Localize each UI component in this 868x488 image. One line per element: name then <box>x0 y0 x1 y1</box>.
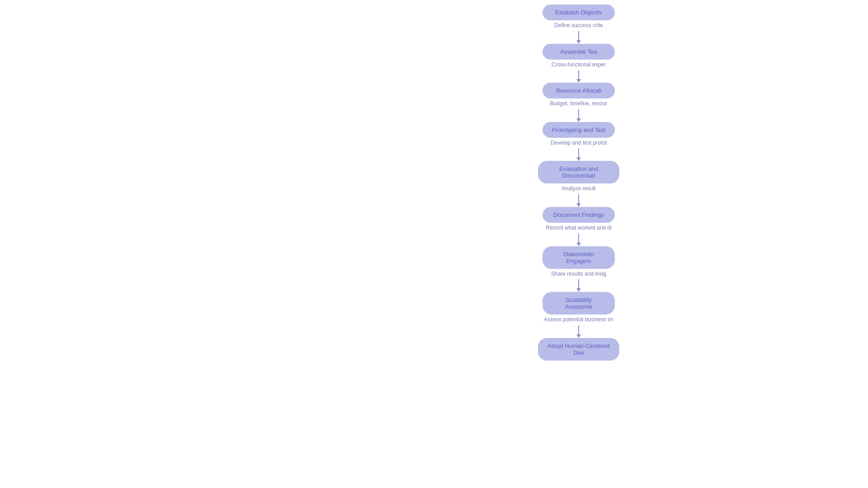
flow-arrow-document-findings <box>576 234 581 246</box>
arrow-line <box>578 148 579 157</box>
flow-arrow-resource-allocation <box>576 109 581 122</box>
arrow-head <box>576 334 581 338</box>
flow-step-assemble-team: Assemble TeaCross-functional exper <box>542 44 615 83</box>
flow-edge-label-assemble-team: Cross-functional exper <box>552 61 606 69</box>
arrow-line <box>578 234 579 243</box>
arrow-line <box>578 194 579 203</box>
flow-arrow-scalability-assessment <box>576 325 581 338</box>
flow-arrow-establish-objectives <box>576 31 581 44</box>
flow-edge-label-resource-allocation: Budget, timeline, resour <box>550 100 608 108</box>
flow-step-evaluation-documentation: Evaluation and DocumentatiAnalyze result <box>538 161 619 207</box>
arrow-line <box>578 279 579 288</box>
flow-arrow-evaluation-documentation <box>576 194 581 207</box>
arrow-head <box>576 203 581 207</box>
flow-node-assemble-team[interactable]: Assemble Tea <box>542 44 615 60</box>
flow-edge-label-prototyping-test: Develop and test protot <box>551 140 607 147</box>
arrow-head <box>576 118 581 122</box>
flow-step-scalability-assessment: Scalability AssessmeAssess potential bus… <box>542 292 615 338</box>
flow-node-scalability-assessment[interactable]: Scalability Assessme <box>542 292 615 314</box>
flow-edge-label-scalability-assessment: Assess potential business im <box>544 316 613 324</box>
flow-node-adopt-human-centered[interactable]: Adopt Human-Centered Des <box>538 338 619 361</box>
flow-edge-label-stakeholder-engagement: Share results and insig <box>551 271 606 278</box>
flow-arrow-assemble-team <box>576 70 581 83</box>
flow-node-establish-objectives[interactable]: Establish Objectiv <box>542 5 615 20</box>
arrow-head <box>576 243 581 246</box>
flow-step-stakeholder-engagement: Stakeholder EngagemShare results and ins… <box>542 246 615 292</box>
flow-node-stakeholder-engagement[interactable]: Stakeholder Engagem <box>542 246 615 269</box>
arrow-head <box>576 288 581 292</box>
flow-arrow-prototyping-test <box>576 148 581 161</box>
flow-node-resource-allocation[interactable]: Resource Allocati <box>542 83 615 99</box>
flow-edge-label-evaluation-documentation: Analyze result <box>561 185 595 192</box>
flow-arrow-stakeholder-engagement <box>576 279 581 292</box>
flowchart: Establish ObjectivDefine success criteAs… <box>511 0 646 361</box>
flow-node-document-findings[interactable]: Document Findings <box>542 207 615 223</box>
flow-step-establish-objectives: Establish ObjectivDefine success crite <box>542 5 615 44</box>
arrow-line <box>578 70 579 79</box>
arrow-line <box>578 31 579 40</box>
arrow-head <box>576 157 581 161</box>
flow-step-resource-allocation: Resource AllocatiBudget, timeline, resou… <box>542 83 615 122</box>
flow-edge-label-document-findings: Record what worked and di <box>546 225 611 232</box>
arrow-head <box>576 79 581 83</box>
flow-node-prototyping-test[interactable]: Prototyping and Test <box>542 122 615 138</box>
arrow-line <box>578 325 579 334</box>
flow-edge-label-establish-objectives: Define success crite <box>554 22 603 29</box>
flow-step-document-findings: Document FindingsRecord what worked and … <box>542 207 615 246</box>
flow-step-prototyping-test: Prototyping and TestDevelop and test pro… <box>542 122 615 161</box>
flow-node-evaluation-documentation[interactable]: Evaluation and Documentati <box>538 161 619 183</box>
flow-step-adopt-human-centered: Adopt Human-Centered Des <box>538 338 619 361</box>
arrow-line <box>578 109 579 118</box>
arrow-head <box>576 40 581 44</box>
